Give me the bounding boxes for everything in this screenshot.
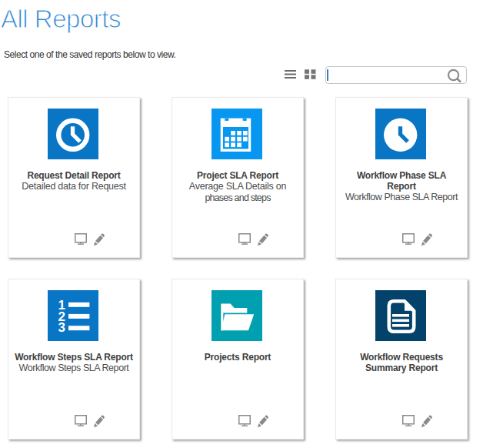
- svg-text:3: 3: [58, 320, 65, 335]
